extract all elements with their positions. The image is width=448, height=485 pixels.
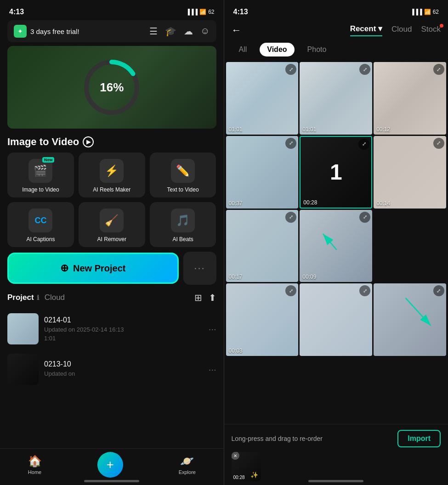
media-placeholder-8 <box>374 210 446 282</box>
select-number-4: 1 <box>301 137 371 208</box>
expand-icon-7[interactable]: ⤢ <box>359 212 370 223</box>
ai-captions-icon: CC <box>34 216 46 226</box>
nav-explore[interactable]: 🪐 Explore <box>179 455 196 475</box>
explore-icon: 🪐 <box>180 455 194 468</box>
right-panel: 4:13 ▐▐▐ 📶 62 ← Recent ▾ Cloud Stock All <box>224 0 448 485</box>
signal-icon-right: ▐▐▐ <box>410 9 422 15</box>
tool-ai-reels[interactable]: ⚡ AI Reels Maker <box>79 152 145 197</box>
signal-icon: ▐▐▐ <box>186 9 198 15</box>
status-icons-left: ▐▐▐ 📶 62 <box>186 9 215 15</box>
media-item-9[interactable]: ⤢ 00:03 <box>226 283 299 356</box>
trial-badge: ✦ 3 days free trial! <box>14 25 79 38</box>
info-icon: ℹ <box>37 294 39 301</box>
media-item-7[interactable]: ⤢ 00:09 <box>300 210 372 282</box>
duration-9: 00:03 <box>229 348 243 354</box>
tab-recent[interactable]: Recent ▾ <box>350 24 382 36</box>
more-button[interactable]: ··· <box>183 252 216 285</box>
hint-text: Long-press and drag to re-order <box>232 435 323 442</box>
project-date-1: Updated on <box>44 370 203 377</box>
nav-create-button[interactable]: + <box>97 452 123 478</box>
tool-text-to-video[interactable]: ✏️ Text to Video <box>150 152 216 197</box>
projects-actions: ⊞ ⬆ <box>194 292 216 303</box>
new-project-button[interactable]: ⊕ New Project <box>7 253 179 284</box>
list-icon[interactable]: ☰ <box>149 26 158 37</box>
header-tabs: Recent ▾ Cloud Stock <box>350 24 441 36</box>
tool-ai-beats[interactable]: 🎵 AI Beats <box>150 202 216 247</box>
trial-banner[interactable]: ✦ 3 days free trial! ☰ 🎓 ☁ ☺ <box>7 20 216 42</box>
expand-icon-10[interactable]: ⤢ <box>359 285 370 296</box>
create-plus-icon: + <box>106 457 113 472</box>
remove-thumb-icon[interactable]: ✕ <box>232 452 239 460</box>
media-item-6[interactable]: ⤢ 00:17 <box>226 210 299 282</box>
new-badge: New <box>42 157 55 163</box>
project-thumb-0 <box>7 313 39 344</box>
expand-icon-6[interactable]: ⤢ <box>285 212 296 223</box>
face-icon[interactable]: ☺ <box>200 26 210 37</box>
project-item-0[interactable]: 0214-01 Updated on 2025-02-14 16:13 1:01… <box>0 309 224 349</box>
duration-7: 00:09 <box>302 274 316 280</box>
time-left: 4:13 <box>9 8 24 16</box>
tab-stock[interactable]: Stock <box>421 25 441 36</box>
new-project-label: New Project <box>73 263 125 274</box>
plus-icon: ⊕ <box>60 262 68 274</box>
cloud-tab-label: Cloud <box>391 25 412 34</box>
media-item-3[interactable]: ⤢ 00:37 <box>226 136 299 209</box>
ai-reels-icon-box: ⚡ <box>100 159 124 183</box>
hero-area: 16% <box>7 46 216 129</box>
media-item-0[interactable]: ⤢ 01:01 <box>226 62 299 135</box>
project-thumb-inner-0 <box>7 313 39 344</box>
tool-label-5: AI Beats <box>172 236 193 242</box>
tool-ai-captions[interactable]: CC AI Captions <box>7 202 74 247</box>
expand-icon-2[interactable]: ⤢ <box>433 64 444 75</box>
tab-cloud[interactable]: Cloud <box>391 25 412 36</box>
cloud-label[interactable]: Cloud <box>45 293 65 302</box>
media-item-11[interactable]: ⤢ <box>374 283 446 356</box>
filter-video[interactable]: Video <box>260 43 294 56</box>
trial-text: 3 days free trial! <box>30 28 79 35</box>
tool-image-to-video[interactable]: 🎬 New Image to Video <box>7 152 74 197</box>
export-icon[interactable]: ⬆ <box>209 292 216 303</box>
media-item-5[interactable]: ⤢ 00:14 <box>374 136 446 209</box>
nav-home[interactable]: 🏠 Home <box>28 455 42 475</box>
selected-thumb-0[interactable]: ✕ 00:28 ✨ <box>232 452 261 481</box>
wifi-icon: 📶 <box>199 9 206 15</box>
explore-label: Explore <box>179 469 196 475</box>
tool-ai-remover[interactable]: 🧹 AI Remover <box>79 202 145 247</box>
expand-icon-0[interactable]: ⤢ <box>285 64 296 75</box>
media-item-1[interactable]: ⤢ 01:01 <box>300 62 372 135</box>
hat-icon[interactable]: 🎓 <box>165 26 176 37</box>
info-circle-icon[interactable]: ▶ <box>83 136 94 147</box>
media-item-4[interactable]: ⤢ 1 00:28 <box>300 136 372 209</box>
text-to-video-icon-box: ✏️ <box>171 159 195 183</box>
expand-icon-1[interactable]: ⤢ <box>359 64 370 75</box>
import-hint-row: Long-press and drag to re-order Import <box>232 430 441 447</box>
import-button[interactable]: Import <box>397 430 441 447</box>
battery-right: 62 <box>433 9 439 15</box>
expand-icon-5[interactable]: ⤢ <box>433 138 444 149</box>
tool-label-0: Image to Video <box>22 186 59 193</box>
project-item-1[interactable]: 0213-10 Updated on ··· <box>0 349 224 389</box>
duration-0: 01:01 <box>229 126 243 133</box>
duration-5: 00:14 <box>376 200 390 207</box>
project-info-1: 0213-10 Updated on <box>44 360 203 379</box>
expand-icon-3[interactable]: ⤢ <box>285 138 296 149</box>
media-item-2[interactable]: ⤢ 00:12 <box>374 62 446 135</box>
media-item-10[interactable]: ⤢ <box>300 283 372 356</box>
more-dots: ··· <box>194 262 205 274</box>
stock-notification-dot <box>440 24 443 28</box>
cloud-icon[interactable]: ☁ <box>184 26 193 37</box>
filter-all[interactable]: All <box>232 43 255 56</box>
expand-icon-11[interactable]: ⤢ <box>433 285 444 296</box>
filter-photo[interactable]: Photo <box>300 43 334 56</box>
projects-label: Project <box>7 293 34 302</box>
home-indicator-left <box>84 480 139 482</box>
back-button[interactable]: ← <box>232 24 242 36</box>
project-list: 0214-01 Updated on 2025-02-14 16:13 1:01… <box>0 309 224 448</box>
project-more-1[interactable]: ··· <box>209 364 216 375</box>
left-panel: 4:13 ▐▐▐ 📶 62 ✦ 3 days free trial! ☰ 🎓 ☁… <box>0 0 224 485</box>
project-more-0[interactable]: ··· <box>209 324 216 334</box>
expand-icon-9[interactable]: ⤢ <box>285 285 296 296</box>
trial-actions: ☰ 🎓 ☁ ☺ <box>149 26 210 37</box>
projects-header: Project ℹ Cloud ⊞ ⬆ <box>0 292 224 309</box>
grid-icon[interactable]: ⊞ <box>194 292 202 303</box>
